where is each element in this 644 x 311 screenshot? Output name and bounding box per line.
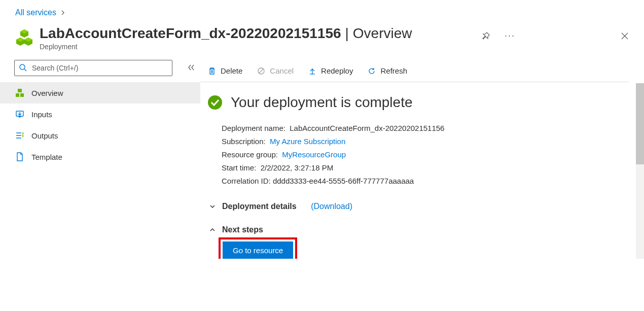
refresh-icon bbox=[367, 66, 376, 76]
sidebar-item-template[interactable]: Template bbox=[0, 146, 200, 167]
sidebar-item-label: Outputs bbox=[31, 131, 58, 140]
search-icon bbox=[19, 63, 27, 73]
chevron-down-icon bbox=[209, 203, 216, 210]
svg-point-6 bbox=[208, 95, 222, 110]
resource-name: LabAccountCreateForm_dx-20220202151156 bbox=[40, 25, 341, 42]
section-title: Next steps bbox=[222, 225, 263, 234]
subscription-label: Subscription: bbox=[222, 137, 266, 146]
page-header: LabAccountCreateForm_dx-20220202151156 |… bbox=[0, 21, 644, 60]
svg-point-0 bbox=[20, 64, 25, 70]
refresh-button[interactable]: Refresh bbox=[367, 66, 407, 76]
inputs-icon bbox=[15, 110, 24, 119]
sidebar-item-label: Template bbox=[31, 153, 62, 161]
scrollbar[interactable] bbox=[636, 83, 644, 259]
section-title: Deployment details bbox=[222, 202, 297, 211]
delete-button[interactable]: Delete bbox=[207, 66, 242, 76]
download-link[interactable]: (Download) bbox=[311, 202, 352, 211]
scrollbar-thumb[interactable] bbox=[636, 83, 644, 164]
redeploy-icon bbox=[308, 66, 317, 76]
trash-icon bbox=[207, 66, 217, 76]
section-name: Overview bbox=[353, 25, 412, 42]
next-steps-section[interactable]: Next steps bbox=[207, 225, 629, 234]
subscription-link[interactable]: My Azure Subscription bbox=[270, 137, 345, 146]
breadcrumb-all-services[interactable]: All services bbox=[15, 8, 56, 17]
template-icon bbox=[15, 152, 24, 161]
svg-rect-2 bbox=[16, 93, 19, 97]
breadcrumb: All services bbox=[0, 0, 644, 21]
tool-label: Cancel bbox=[270, 66, 294, 75]
deployment-details: Deployment name: LabAccountCreateForm_dx… bbox=[207, 122, 629, 188]
cancel-icon bbox=[257, 66, 266, 76]
success-check-icon bbox=[207, 95, 223, 110]
svg-rect-3 bbox=[20, 93, 24, 97]
outputs-icon bbox=[15, 131, 24, 140]
sidebar: Overview Inputs Outputs Template bbox=[0, 60, 200, 259]
correlation-id-value: dddd3333-ee44-5555-66ff-777777aaaaaa bbox=[273, 177, 414, 185]
search-box[interactable] bbox=[14, 60, 172, 76]
go-to-resource-button[interactable]: Go to resource bbox=[223, 241, 293, 259]
chevron-up-icon bbox=[209, 226, 216, 233]
resource-group-link[interactable]: MyResourceGroup bbox=[282, 150, 346, 159]
tool-label: Refresh bbox=[380, 66, 407, 75]
pin-icon[interactable] bbox=[481, 31, 490, 41]
more-icon[interactable]: ··· bbox=[505, 30, 515, 41]
title-separator: | bbox=[345, 25, 349, 42]
chevron-right-icon bbox=[60, 9, 65, 17]
sidebar-item-overview[interactable]: Overview bbox=[0, 82, 200, 103]
main-content: Delete Cancel Redeploy Refresh bbox=[200, 60, 644, 259]
sidebar-nav: Overview Inputs Outputs Template bbox=[0, 82, 200, 167]
sidebar-item-label: Overview bbox=[31, 89, 63, 97]
start-time-label: Start time: bbox=[222, 163, 256, 172]
close-icon[interactable] bbox=[621, 32, 629, 40]
deployment-name-value: LabAccountCreateForm_dx-20220202151156 bbox=[290, 124, 444, 132]
correlation-id-label: Correlation ID: bbox=[222, 177, 271, 185]
sidebar-item-label: Inputs bbox=[31, 110, 52, 119]
toolbar: Delete Cancel Redeploy Refresh bbox=[200, 60, 629, 82]
status-title: Your deployment is complete bbox=[231, 94, 413, 111]
svg-rect-1 bbox=[18, 89, 22, 92]
tool-label: Delete bbox=[221, 66, 242, 75]
page-subtitle: Deployment bbox=[40, 43, 475, 51]
cancel-button: Cancel bbox=[257, 66, 294, 76]
resource-group-label: Resource group: bbox=[222, 150, 278, 159]
sidebar-item-inputs[interactable]: Inputs bbox=[0, 103, 200, 125]
deployment-cubes-icon bbox=[15, 28, 33, 47]
deployment-details-section[interactable]: Deployment details (Download) bbox=[207, 202, 629, 211]
start-time-value: 2/2/2022, 3:27:18 PM bbox=[261, 163, 333, 172]
status-header: Your deployment is complete bbox=[207, 94, 629, 111]
page-title: LabAccountCreateForm_dx-20220202151156 |… bbox=[40, 25, 475, 42]
collapse-sidebar-icon[interactable] bbox=[188, 64, 195, 73]
cubes-icon bbox=[15, 88, 24, 97]
deployment-name-label: Deployment name: bbox=[222, 124, 285, 132]
sidebar-item-outputs[interactable]: Outputs bbox=[0, 125, 200, 146]
tool-label: Redeploy bbox=[321, 66, 353, 75]
redeploy-button[interactable]: Redeploy bbox=[308, 66, 353, 76]
search-input[interactable] bbox=[31, 63, 168, 73]
